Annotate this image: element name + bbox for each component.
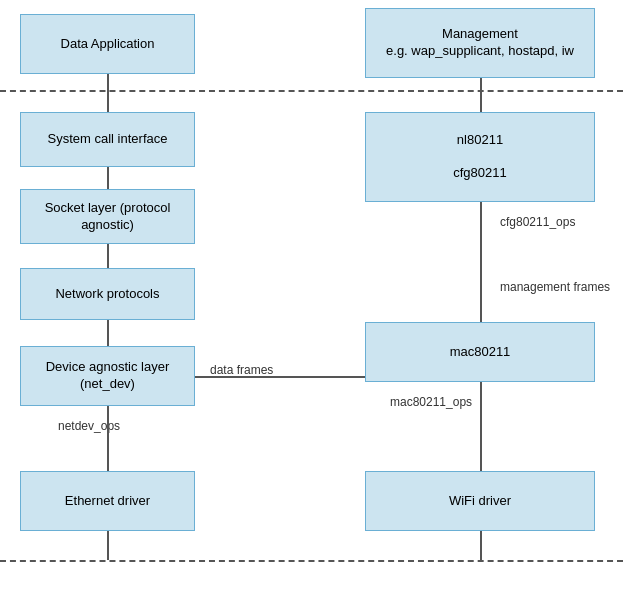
vline-network-device [107, 320, 109, 346]
diagram: Data Application System call interface S… [0, 0, 623, 592]
vline-dataapp-down [107, 74, 109, 90]
ethernet-driver-box: Ethernet driver [20, 471, 195, 531]
dashed-line-bottom [0, 560, 623, 562]
vline-syscall-socket [107, 167, 109, 189]
wifi-driver-box: WiFi driver [365, 471, 595, 531]
vline-wifi-bottom [480, 531, 482, 560]
cfg80211-ops-label: cfg80211_ops [500, 215, 575, 229]
vline-syscall-top [107, 90, 109, 112]
management-frames-label: management frames [500, 280, 610, 294]
vline-socket-network [107, 244, 109, 268]
dashed-line-top [0, 90, 623, 92]
data-application-box: Data Application [20, 14, 195, 74]
network-protocols-box: Network protocols [20, 268, 195, 320]
nl80211-cfg80211-box: nl80211 cfg80211 [365, 112, 595, 202]
vline-nl-mac [480, 202, 482, 322]
data-frames-label: data frames [210, 363, 273, 377]
syscall-interface-box: System call interface [20, 112, 195, 167]
device-agnostic-box: Device agnostic layer (net_dev) [20, 346, 195, 406]
mac80211-ops-label: mac80211_ops [390, 395, 472, 409]
vline-mac-wifi [480, 382, 482, 471]
vline-ethernet-bottom [107, 531, 109, 560]
management-box: Management e.g. wap_supplicant, hostapd,… [365, 8, 595, 78]
netdev-ops-label: netdev_ops [58, 419, 120, 433]
vline-nl-top [480, 90, 482, 112]
mac80211-box: mac80211 [365, 322, 595, 382]
socket-layer-box: Socket layer (protocol agnostic) [20, 189, 195, 244]
vline-device-ethernet [107, 406, 109, 471]
vline-mgmt-down [480, 78, 482, 90]
